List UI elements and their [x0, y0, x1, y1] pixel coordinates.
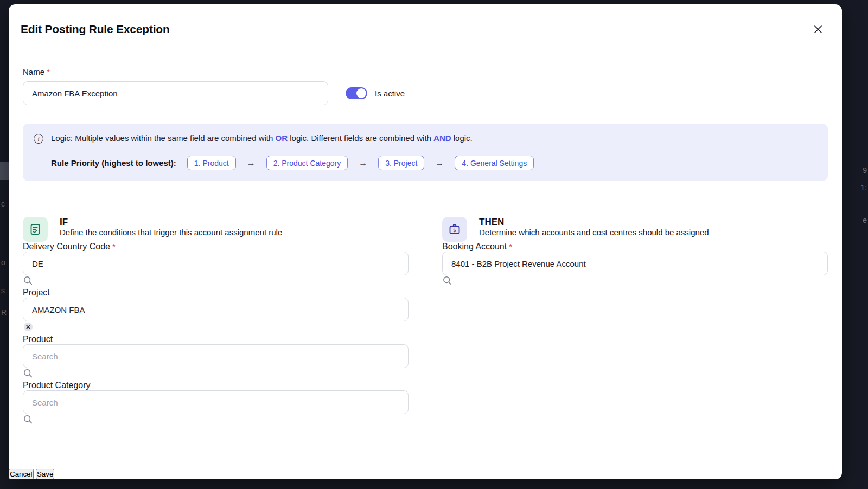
booking-account-row: Booking Account* — [442, 242, 828, 288]
priority-pill-product: 1. Product — [187, 156, 236, 170]
close-button[interactable] — [808, 20, 828, 39]
is-active-toggle[interactable] — [346, 87, 367, 99]
required-asterisk: * — [112, 242, 116, 251]
logic-info-banner: i Logic: Multiple values within the same… — [23, 124, 828, 181]
booking-account-input[interactable] — [442, 252, 828, 275]
if-section: IF Define the conditions that trigger th… — [23, 198, 425, 448]
priority-pill-product-category: 2. Product Category — [266, 156, 348, 170]
dialog-footer: Cancel Save — [9, 469, 842, 479]
name-label: Name — [23, 67, 44, 76]
logic-description-line: i Logic: Multiple values within the same… — [34, 133, 817, 144]
backdrop-text-fragment: e — [863, 216, 867, 224]
dialog-title: Edit Posting Rule Exception — [21, 23, 170, 36]
info-icon: i — [34, 134, 43, 144]
backdrop-text-fragment: o — [1, 258, 5, 267]
rule-priority-label: Rule Priority (highest to lowest): — [51, 158, 176, 168]
search-icon — [442, 278, 452, 287]
dialog-body: Name* Is active i Logic: Multiple values… — [9, 54, 842, 469]
name-input[interactable] — [23, 81, 328, 105]
product-category-search-input[interactable] — [23, 390, 409, 414]
if-description: Define the conditions that trigger this … — [60, 228, 282, 237]
dialog-header: Edit Posting Rule Exception — [9, 4, 842, 54]
or-keyword: OR — [276, 133, 288, 143]
arrow-icon: → — [435, 158, 444, 168]
product-category-label: Product Category — [23, 381, 91, 390]
is-active-toggle-group: Is active — [346, 87, 405, 99]
then-section-header: $ THEN Determine which accounts and cost… — [442, 217, 828, 242]
project-row: Project — [23, 288, 409, 334]
toggle-knob — [356, 88, 366, 98]
and-keyword: AND — [433, 133, 451, 143]
backdrop-text-fragment: R — [1, 308, 7, 317]
delivery-country-row: Delivery Country Code* — [23, 242, 409, 288]
product-row: Product — [23, 334, 409, 381]
booking-account-label: Booking Account* — [442, 242, 512, 251]
close-icon — [813, 24, 824, 35]
condition-columns: IF Define the conditions that trigger th… — [23, 198, 828, 448]
then-heading: THEN — [479, 217, 709, 228]
then-form: Booking Account* — [442, 242, 828, 288]
clear-icon[interactable] — [23, 325, 34, 334]
arrow-icon: → — [359, 158, 367, 168]
backdrop-text-fragment: 1: — [860, 183, 867, 192]
backdrop-text-fragment: s — [1, 286, 5, 295]
if-section-header: IF Define the conditions that trigger th… — [23, 217, 409, 242]
search-icon — [23, 417, 33, 426]
rule-priority-row: Rule Priority (highest to lowest): 1. Pr… — [51, 156, 817, 170]
delivery-country-label: Delivery Country Code* — [23, 242, 116, 251]
project-label: Project — [23, 288, 50, 297]
is-active-label: Is active — [375, 89, 405, 98]
priority-pill-general-settings: 4. General Settings — [455, 156, 534, 170]
then-description: Determine which accounts and cost centre… — [479, 228, 709, 237]
save-button[interactable]: Save — [36, 469, 54, 479]
briefcase-dollar-icon: $ — [442, 217, 467, 242]
cancel-button[interactable]: Cancel — [9, 469, 34, 479]
edit-posting-rule-exception-dialog: Edit Posting Rule Exception Name* Is act… — [9, 4, 842, 479]
product-label: Product — [23, 334, 53, 344]
search-icon — [23, 278, 33, 287]
backdrop-row-fragment — [0, 162, 9, 180]
then-section: $ THEN Determine which accounts and cost… — [425, 198, 828, 448]
checklist-icon — [23, 217, 48, 242]
backdrop-text-fragment: 9 — [863, 166, 867, 175]
delivery-country-input[interactable] — [23, 252, 409, 275]
backdrop-text-fragment: c — [1, 200, 5, 208]
arrow-icon: → — [247, 158, 256, 168]
product-search-input[interactable] — [23, 344, 409, 368]
project-input[interactable] — [23, 298, 409, 321]
required-asterisk: * — [509, 242, 512, 251]
required-asterisk: * — [47, 67, 50, 76]
product-category-row: Product Category — [23, 381, 409, 427]
if-form: Delivery Country Code* Project — [23, 242, 409, 427]
if-heading: IF — [60, 217, 282, 228]
name-row: Name* Is active — [23, 67, 828, 105]
svg-text:$: $ — [453, 227, 456, 233]
logic-description-text: Logic: Multiple values within the same f… — [51, 133, 473, 143]
priority-pill-project: 3. Project — [378, 156, 424, 170]
search-icon — [23, 371, 33, 380]
